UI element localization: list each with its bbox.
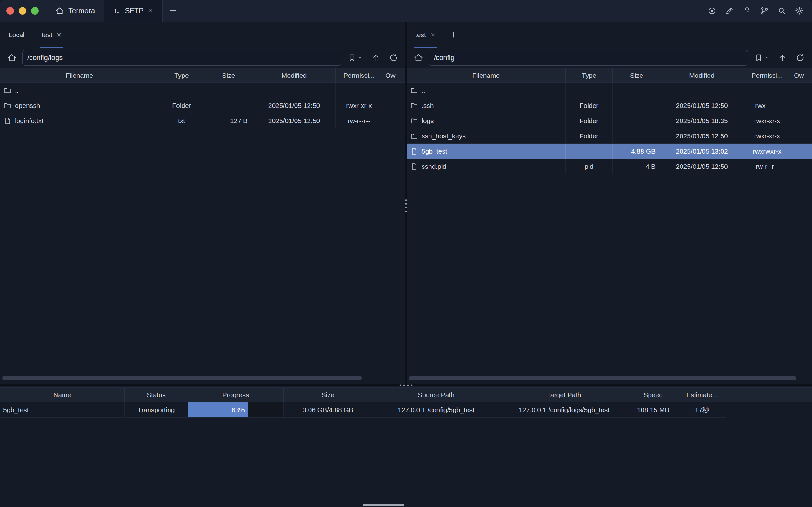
column-header-size[interactable]: Size bbox=[284, 388, 372, 402]
file-row-sshd-pid[interactable]: sshd.pid pid 4 B 2025/01/05 12:50 rw-r--… bbox=[407, 159, 812, 174]
column-header-target-path[interactable]: Target Path bbox=[500, 388, 628, 402]
cell-modified bbox=[661, 83, 743, 98]
git-branch-button[interactable] bbox=[760, 6, 769, 15]
close-tab-icon[interactable] bbox=[148, 8, 153, 14]
gear-icon bbox=[795, 6, 804, 15]
bookmarks-button-left[interactable] bbox=[344, 50, 365, 66]
new-window-tab-button[interactable] bbox=[163, 0, 183, 21]
cell-filename: 5gb_test bbox=[407, 144, 566, 159]
search-icon bbox=[777, 6, 786, 15]
path-input-right[interactable] bbox=[429, 50, 748, 66]
column-header-size[interactable]: Size bbox=[205, 68, 253, 82]
tab-test-left[interactable]: test bbox=[40, 22, 63, 48]
cell-owner bbox=[791, 113, 812, 128]
file-row-loginfo[interactable]: loginfo.txt txt 127 B 2025/01/05 12:50 r… bbox=[0, 113, 405, 128]
column-header-modified[interactable]: Modified bbox=[253, 68, 335, 82]
column-header-status[interactable]: Status bbox=[125, 388, 188, 402]
search-button[interactable] bbox=[777, 6, 786, 15]
tab-local[interactable]: Local bbox=[7, 22, 26, 48]
cell-owner bbox=[383, 113, 405, 128]
file-row-openssh[interactable]: openssh Folder 2025/01/05 12:50 rwxr-xr-… bbox=[0, 98, 405, 113]
path-input-left[interactable] bbox=[22, 50, 341, 66]
parent-directory-button-right[interactable] bbox=[775, 50, 790, 66]
cell-size bbox=[613, 83, 661, 98]
right-table-header: Filename Type Size Modified Permissi... … bbox=[407, 68, 812, 83]
scrollbar-thumb[interactable] bbox=[409, 376, 797, 380]
edit-button[interactable] bbox=[725, 6, 734, 15]
scrollbar-thumb[interactable] bbox=[2, 376, 362, 380]
transfer-row-5gb-test[interactable]: 5gb_test Transporting 63% 3.06 GB/4.88 G… bbox=[0, 402, 812, 417]
home-button-right[interactable] bbox=[411, 50, 426, 66]
column-header-progress[interactable]: Progress bbox=[188, 388, 284, 402]
parent-directory-button-left[interactable] bbox=[369, 50, 383, 66]
new-session-tab-button-right[interactable] bbox=[449, 31, 458, 39]
file-row-logs[interactable]: logs Folder 2025/01/05 18:35 rwxr-xr-x bbox=[407, 113, 812, 128]
cell-transfer-estimate: 17秒 bbox=[679, 402, 726, 417]
home-icon bbox=[55, 6, 64, 15]
column-header-size[interactable]: Size bbox=[613, 68, 661, 82]
column-header-estimate[interactable]: Estimate... bbox=[679, 388, 726, 402]
column-header-filename[interactable]: Filename bbox=[407, 68, 566, 82]
column-header-source-path[interactable]: Source Path bbox=[372, 388, 500, 402]
new-session-tab-button-left[interactable] bbox=[76, 31, 84, 39]
horizontal-scrollbar-left[interactable] bbox=[2, 376, 402, 381]
close-tab-icon[interactable] bbox=[430, 32, 436, 38]
window-scrollbar-thumb[interactable] bbox=[363, 504, 404, 506]
arrow-up-icon bbox=[371, 53, 381, 62]
refresh-icon bbox=[796, 53, 805, 62]
minimize-window-button[interactable] bbox=[19, 7, 26, 15]
cell-filename: ssh_host_keys bbox=[407, 128, 566, 144]
record-button[interactable] bbox=[708, 6, 716, 15]
column-header-permissions[interactable]: Permissi... bbox=[743, 68, 791, 82]
right-file-table: Filename Type Size Modified Permissi... … bbox=[407, 68, 812, 174]
file-row-ssh[interactable]: .ssh Folder 2025/01/05 12:50 rwx------ bbox=[407, 98, 812, 113]
key-icon bbox=[743, 6, 751, 15]
horizontal-splitter[interactable] bbox=[0, 384, 812, 386]
settings-button[interactable] bbox=[795, 6, 804, 15]
cell-size bbox=[205, 83, 253, 98]
horizontal-scrollbar-right[interactable] bbox=[409, 376, 809, 381]
file-row-5gb-test-selected[interactable]: 5gb_test 4.88 GB 2025/01/05 13:02 rwxrwx… bbox=[407, 144, 812, 159]
column-header-owner[interactable]: Ow bbox=[383, 68, 405, 82]
file-row-ssh-host-keys[interactable]: ssh_host_keys Folder 2025/01/05 12:50 rw… bbox=[407, 128, 812, 144]
cell-type: pid bbox=[566, 159, 613, 174]
plus-icon bbox=[169, 7, 177, 15]
column-header-speed[interactable]: Speed bbox=[628, 388, 679, 402]
cell-permissions: rw-r--r-- bbox=[743, 159, 791, 174]
termora-window: Termora SFTP Local test bbox=[0, 0, 812, 507]
column-header-type[interactable]: Type bbox=[159, 68, 205, 82]
left-table-header: Filename Type Size Modified Permissi... … bbox=[0, 68, 405, 83]
file-row-parent[interactable]: .. bbox=[0, 83, 405, 98]
left-pane: Local test Filename Type S bbox=[0, 22, 405, 384]
refresh-button-left[interactable] bbox=[386, 50, 401, 66]
file-icon bbox=[411, 163, 418, 170]
column-header-filename[interactable]: Filename bbox=[0, 68, 159, 82]
cell-owner bbox=[791, 128, 812, 144]
arrow-up-icon bbox=[778, 53, 787, 62]
cell-permissions bbox=[743, 83, 791, 98]
file-row-parent[interactable]: .. bbox=[407, 83, 812, 98]
zoom-window-button[interactable] bbox=[31, 7, 39, 15]
cell-modified: 2025/01/05 12:50 bbox=[661, 159, 743, 174]
tab-test-right[interactable]: test bbox=[414, 22, 437, 48]
cell-type: Folder bbox=[566, 98, 613, 113]
column-header-modified[interactable]: Modified bbox=[661, 68, 743, 82]
cell-permissions bbox=[335, 83, 383, 98]
close-window-button[interactable] bbox=[6, 7, 14, 15]
chevron-down-icon bbox=[358, 55, 363, 60]
refresh-button-right[interactable] bbox=[793, 50, 808, 66]
tab-sftp[interactable]: SFTP bbox=[104, 0, 163, 21]
folder-icon bbox=[4, 87, 11, 94]
cell-filename: .. bbox=[0, 83, 159, 98]
close-tab-icon[interactable] bbox=[56, 32, 62, 38]
column-header-name[interactable]: Name bbox=[0, 388, 125, 402]
folder-icon bbox=[411, 102, 418, 109]
keychain-button[interactable] bbox=[743, 6, 751, 15]
column-header-owner[interactable]: Ow bbox=[791, 68, 812, 82]
home-button-left[interactable] bbox=[4, 50, 19, 66]
tab-termora[interactable]: Termora bbox=[46, 0, 104, 21]
column-header-type[interactable]: Type bbox=[566, 68, 613, 82]
column-header-permissions[interactable]: Permissi... bbox=[335, 68, 383, 82]
bookmarks-button-right[interactable] bbox=[751, 50, 772, 66]
column-header-filler bbox=[726, 388, 812, 402]
